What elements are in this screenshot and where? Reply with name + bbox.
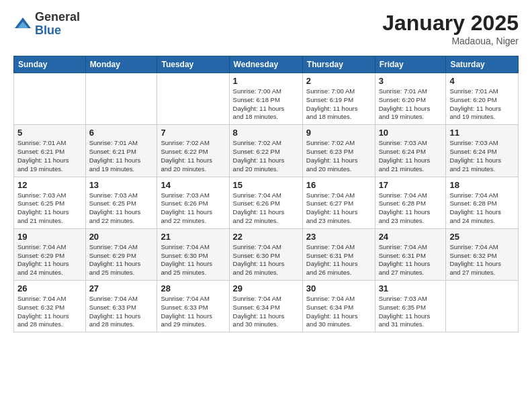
day-number: 19 [17,232,82,242]
calendar-week-row: 26Sunrise: 7:04 AMSunset: 6:32 PMDayligh… [14,281,519,332]
day-info: Sunrise: 7:01 AMSunset: 6:20 PMDaylight:… [449,87,515,122]
day-info: Sunrise: 7:00 AMSunset: 6:18 PMDaylight:… [233,87,299,122]
day-info: Sunrise: 7:04 AMSunset: 6:30 PMDaylight:… [233,243,299,277]
day-info: Sunrise: 7:04 AMSunset: 6:33 PMDaylight:… [161,295,225,329]
day-info: Sunrise: 7:04 AMSunset: 6:31 PMDaylight:… [379,243,443,277]
calendar-cell: 16Sunrise: 7:04 AMSunset: 6:27 PMDayligh… [302,177,375,228]
day-info: Sunrise: 7:03 AMSunset: 6:25 PMDaylight:… [89,191,154,226]
calendar-cell: 9Sunrise: 7:02 AMSunset: 6:23 PMDaylight… [302,125,375,177]
title-block: January 2025 Madaoua, Niger [382,11,519,46]
day-number: 16 [306,180,371,190]
weekday-header-row: SundayMondayTuesdayWednesdayThursdayFrid… [14,56,519,73]
calendar-cell [157,73,229,125]
weekday-header-friday: Friday [375,56,446,73]
weekday-header-saturday: Saturday [446,56,519,73]
calendar-cell: 27Sunrise: 7:04 AMSunset: 6:33 PMDayligh… [85,281,157,332]
calendar-week-row: 19Sunrise: 7:04 AMSunset: 6:29 PMDayligh… [14,228,519,280]
calendar-cell: 18Sunrise: 7:04 AMSunset: 6:28 PMDayligh… [446,177,519,228]
day-number: 3 [379,76,443,86]
header: General Blue January 2025 Madaoua, Niger [13,11,519,46]
calendar-cell: 6Sunrise: 7:01 AMSunset: 6:21 PMDaylight… [85,125,157,177]
day-number: 30 [306,283,371,293]
weekday-header-wednesday: Wednesday [229,56,302,73]
calendar-cell: 8Sunrise: 7:02 AMSunset: 6:22 PMDaylight… [229,125,302,177]
day-number: 13 [89,180,154,190]
day-info: Sunrise: 7:03 AMSunset: 6:24 PMDaylight:… [379,139,443,173]
calendar-cell: 11Sunrise: 7:03 AMSunset: 6:24 PMDayligh… [446,125,519,177]
day-info: Sunrise: 7:00 AMSunset: 6:19 PMDaylight:… [306,87,371,122]
calendar-week-row: 5Sunrise: 7:01 AMSunset: 6:21 PMDaylight… [14,125,519,177]
calendar-cell: 25Sunrise: 7:04 AMSunset: 6:32 PMDayligh… [446,228,519,280]
weekday-header-thursday: Thursday [302,56,375,73]
day-info: Sunrise: 7:04 AMSunset: 6:32 PMDaylight:… [449,243,515,277]
day-number: 10 [379,128,443,138]
calendar-cell: 12Sunrise: 7:03 AMSunset: 6:25 PMDayligh… [14,177,86,228]
day-info: Sunrise: 7:03 AMSunset: 6:24 PMDaylight:… [449,139,515,173]
calendar-table: SundayMondayTuesdayWednesdayThursdayFrid… [13,56,519,332]
day-number: 24 [379,232,443,242]
day-number: 29 [233,283,299,293]
day-info: Sunrise: 7:04 AMSunset: 6:32 PMDaylight:… [17,295,82,329]
day-info: Sunrise: 7:01 AMSunset: 6:21 PMDaylight:… [89,139,154,173]
day-info: Sunrise: 7:02 AMSunset: 6:22 PMDaylight:… [161,139,225,173]
calendar-cell [85,73,157,125]
calendar-cell: 19Sunrise: 7:04 AMSunset: 6:29 PMDayligh… [14,228,86,280]
day-number: 18 [449,180,515,190]
calendar-cell: 31Sunrise: 7:03 AMSunset: 6:35 PMDayligh… [375,281,446,332]
day-info: Sunrise: 7:02 AMSunset: 6:22 PMDaylight:… [233,139,299,173]
day-info: Sunrise: 7:03 AMSunset: 6:35 PMDaylight:… [379,295,443,329]
day-info: Sunrise: 7:04 AMSunset: 6:29 PMDaylight:… [89,243,154,277]
calendar-cell: 23Sunrise: 7:04 AMSunset: 6:31 PMDayligh… [302,228,375,280]
day-number: 15 [233,180,299,190]
calendar-cell: 26Sunrise: 7:04 AMSunset: 6:32 PMDayligh… [14,281,86,332]
calendar-cell: 14Sunrise: 7:03 AMSunset: 6:26 PMDayligh… [157,177,229,228]
day-info: Sunrise: 7:04 AMSunset: 6:28 PMDaylight:… [379,191,443,226]
calendar-cell: 3Sunrise: 7:01 AMSunset: 6:20 PMDaylight… [375,73,446,125]
day-number: 21 [161,232,225,242]
day-number: 1 [233,76,299,86]
month-title: January 2025 [382,11,519,36]
day-info: Sunrise: 7:04 AMSunset: 6:27 PMDaylight:… [306,191,371,226]
weekday-header-monday: Monday [85,56,157,73]
day-number: 20 [89,232,154,242]
day-number: 9 [306,128,371,138]
calendar-cell: 20Sunrise: 7:04 AMSunset: 6:29 PMDayligh… [85,228,157,280]
calendar-cell: 15Sunrise: 7:04 AMSunset: 6:26 PMDayligh… [229,177,302,228]
day-info: Sunrise: 7:04 AMSunset: 6:30 PMDaylight:… [161,243,225,277]
logo: General Blue [13,11,80,38]
day-number: 26 [17,283,82,293]
calendar-cell [446,281,519,332]
day-number: 27 [89,283,154,293]
day-number: 2 [306,76,371,86]
calendar-cell: 28Sunrise: 7:04 AMSunset: 6:33 PMDayligh… [157,281,229,332]
calendar-week-row: 1Sunrise: 7:00 AMSunset: 6:18 PMDaylight… [14,73,519,125]
day-info: Sunrise: 7:03 AMSunset: 6:25 PMDaylight:… [17,191,82,226]
day-info: Sunrise: 7:02 AMSunset: 6:23 PMDaylight:… [306,139,371,173]
day-info: Sunrise: 7:03 AMSunset: 6:26 PMDaylight:… [161,191,225,226]
day-info: Sunrise: 7:04 AMSunset: 6:28 PMDaylight:… [449,191,515,226]
calendar-cell: 29Sunrise: 7:04 AMSunset: 6:34 PMDayligh… [229,281,302,332]
weekday-header-tuesday: Tuesday [157,56,229,73]
calendar-cell: 13Sunrise: 7:03 AMSunset: 6:25 PMDayligh… [85,177,157,228]
day-info: Sunrise: 7:01 AMSunset: 6:21 PMDaylight:… [17,139,82,173]
day-number: 22 [233,232,299,242]
day-info: Sunrise: 7:01 AMSunset: 6:20 PMDaylight:… [379,87,443,122]
calendar-cell: 17Sunrise: 7:04 AMSunset: 6:28 PMDayligh… [375,177,446,228]
day-number: 12 [17,180,82,190]
day-number: 14 [161,180,225,190]
day-number: 8 [233,128,299,138]
logo-icon [13,15,32,34]
logo-text: General Blue [35,11,80,38]
day-number: 31 [379,283,443,293]
calendar-cell: 30Sunrise: 7:04 AMSunset: 6:34 PMDayligh… [302,281,375,332]
day-number: 5 [17,128,82,138]
calendar-week-row: 12Sunrise: 7:03 AMSunset: 6:25 PMDayligh… [14,177,519,228]
day-number: 11 [449,128,515,138]
calendar-cell: 24Sunrise: 7:04 AMSunset: 6:31 PMDayligh… [375,228,446,280]
day-number: 6 [89,128,154,138]
day-number: 7 [161,128,225,138]
day-number: 25 [449,232,515,242]
day-info: Sunrise: 7:04 AMSunset: 6:31 PMDaylight:… [306,243,371,277]
day-number: 4 [449,76,515,86]
calendar-cell: 5Sunrise: 7:01 AMSunset: 6:21 PMDaylight… [14,125,86,177]
